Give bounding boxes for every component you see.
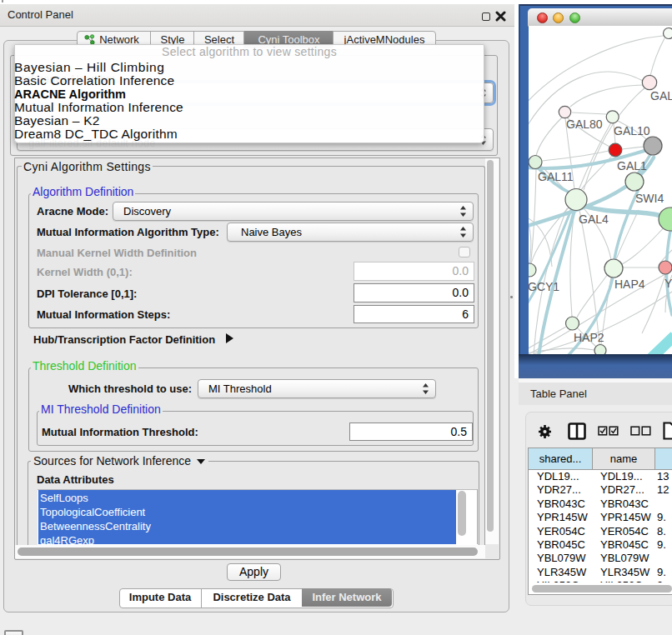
svg-text:GCY1: GCY1 [529,280,559,293]
svg-text:GAL4: GAL4 [579,212,609,226]
svg-text:HAP2: HAP2 [574,331,604,344]
svg-text:GAL1: GAL1 [617,159,647,172]
svg-text:GAL10: GAL10 [614,124,650,138]
svg-text:GAL11: GAL11 [538,170,574,183]
svg-text:SWI4: SWI4 [635,192,664,205]
svg-text:HAP4: HAP4 [614,278,645,291]
svg-text:Y: Y [664,277,672,290]
svg-text:GAL80: GAL80 [566,118,603,131]
svg-text:GAL: GAL [650,89,672,102]
